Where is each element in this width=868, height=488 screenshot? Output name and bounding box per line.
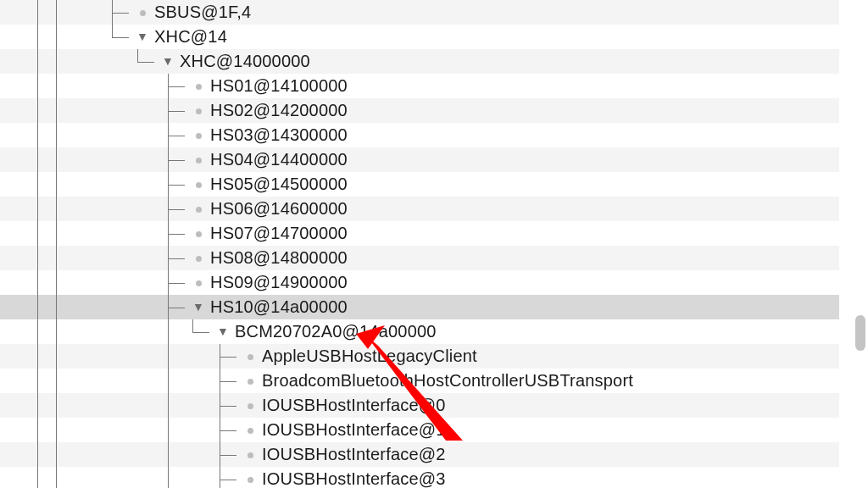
tree-connector <box>220 393 243 418</box>
tree-item-label: XHC@14000000 <box>175 49 310 74</box>
tree-item-label: HS02@14200000 <box>205 98 348 123</box>
tree-item-label: XHC@14 <box>149 25 227 49</box>
tree-row[interactable]: ▼XHC@14000000 <box>0 49 839 74</box>
leaf-bullet-icon <box>243 344 257 369</box>
tree-connector <box>137 49 161 74</box>
leaf-bullet-icon <box>192 172 205 197</box>
tree-item-label: HS09@14900000 <box>205 270 348 295</box>
tree-row[interactable]: IOUSBHostInterface@2 <box>0 442 839 467</box>
leaf-bullet-icon <box>192 221 205 246</box>
scrollbar-track[interactable] <box>854 0 866 488</box>
tree-connector <box>220 442 243 467</box>
tree-item-label: AppleUSBHostLegacyClient <box>257 344 477 369</box>
disclosure-triangle-icon[interactable]: ▼ <box>216 319 230 345</box>
tree-connector <box>168 270 192 295</box>
tree-row[interactable]: HS06@14600000 <box>0 197 839 221</box>
tree-item-label: HS01@14100000 <box>205 74 348 98</box>
tree-connector <box>168 172 192 197</box>
tree-item-label: HS04@14400000 <box>205 147 348 172</box>
leaf-bullet-icon <box>192 98 205 123</box>
tree-row[interactable]: ▼XHC@14 <box>0 25 839 49</box>
tree-item-label: BCM20702A0@14a00000 <box>230 319 437 344</box>
leaf-bullet-icon <box>243 418 257 442</box>
tree-row[interactable]: HS04@14400000 <box>0 147 839 172</box>
leaf-bullet-icon <box>243 369 257 393</box>
tree-row[interactable]: ▼BCM20702A0@14a00000 <box>0 319 839 344</box>
tree-connector <box>168 295 192 319</box>
tree-item-label: HS03@14300000 <box>205 123 348 147</box>
tree-row[interactable]: HS01@14100000 <box>0 74 839 98</box>
tree-item-label: IOUSBHostInterface@3 <box>257 467 446 488</box>
tree-item-label: HS06@14600000 <box>205 197 348 221</box>
tree-row[interactable]: HS03@14300000 <box>0 123 839 147</box>
tree-item-label: IOUSBHostInterface@2 <box>257 442 446 467</box>
leaf-bullet-icon <box>243 393 257 418</box>
leaf-bullet-icon <box>136 0 149 25</box>
tree-row[interactable]: HS02@14200000 <box>0 98 839 123</box>
tree-row[interactable]: SBUS@1F,4 <box>0 0 839 25</box>
tree-row[interactable]: IOUSBHostInterface@1 <box>0 418 839 442</box>
disclosure-triangle-icon[interactable]: ▼ <box>192 294 205 320</box>
tree-item-label: HS08@14800000 <box>205 246 348 270</box>
leaf-bullet-icon <box>192 246 205 270</box>
tree-row[interactable]: HS05@14500000 <box>0 172 839 197</box>
tree-row[interactable]: AppleUSBHostLegacyClient <box>0 344 839 369</box>
leaf-bullet-icon <box>192 197 205 221</box>
tree-connector <box>168 98 192 123</box>
leaf-bullet-icon <box>192 123 205 147</box>
tree-connector <box>168 221 192 246</box>
tree-row[interactable]: HS09@14900000 <box>0 270 839 295</box>
tree-connector <box>220 418 243 442</box>
tree-item-label: HS10@14a00000 <box>205 295 348 319</box>
scrollbar-thumb[interactable] <box>855 315 865 351</box>
tree-row[interactable]: HS08@14800000 <box>0 246 839 270</box>
leaf-bullet-icon <box>243 442 257 467</box>
tree-connector <box>168 197 192 221</box>
tree-connector <box>168 246 192 270</box>
tree-connector <box>168 123 192 147</box>
tree-connector <box>220 369 243 393</box>
tree-connector <box>168 147 192 172</box>
leaf-bullet-icon <box>243 467 257 488</box>
tree-connector <box>220 344 243 369</box>
tree-item-label: HS05@14500000 <box>205 172 348 197</box>
leaf-bullet-icon <box>192 74 205 98</box>
tree-connector <box>112 0 136 25</box>
tree-item-label: IOUSBHostInterface@0 <box>257 393 446 418</box>
tree-item-label: BroadcomBluetoothHostControllerUSBTransp… <box>257 369 633 393</box>
tree-item-label: HS07@14700000 <box>205 221 348 246</box>
tree-connector <box>220 467 243 488</box>
tree-row[interactable]: IOUSBHostInterface@3 <box>0 467 839 488</box>
tree-row[interactable]: BroadcomBluetoothHostControllerUSBTransp… <box>0 369 839 393</box>
tree-row[interactable]: HS07@14700000 <box>0 221 839 246</box>
tree-item-label: SBUS@1F,4 <box>149 0 251 25</box>
tree-connector <box>112 25 136 49</box>
disclosure-triangle-icon[interactable]: ▼ <box>136 24 149 50</box>
leaf-bullet-icon <box>192 147 205 172</box>
tree-connector <box>168 74 192 98</box>
tree-connector <box>192 319 216 344</box>
tree-item-label: IOUSBHostInterface@1 <box>257 418 446 442</box>
tree-row[interactable]: ▼HS10@14a00000 <box>0 295 839 319</box>
disclosure-triangle-icon[interactable]: ▼ <box>161 48 175 75</box>
leaf-bullet-icon <box>192 270 205 295</box>
tree-row[interactable]: IOUSBHostInterface@0 <box>0 393 839 418</box>
